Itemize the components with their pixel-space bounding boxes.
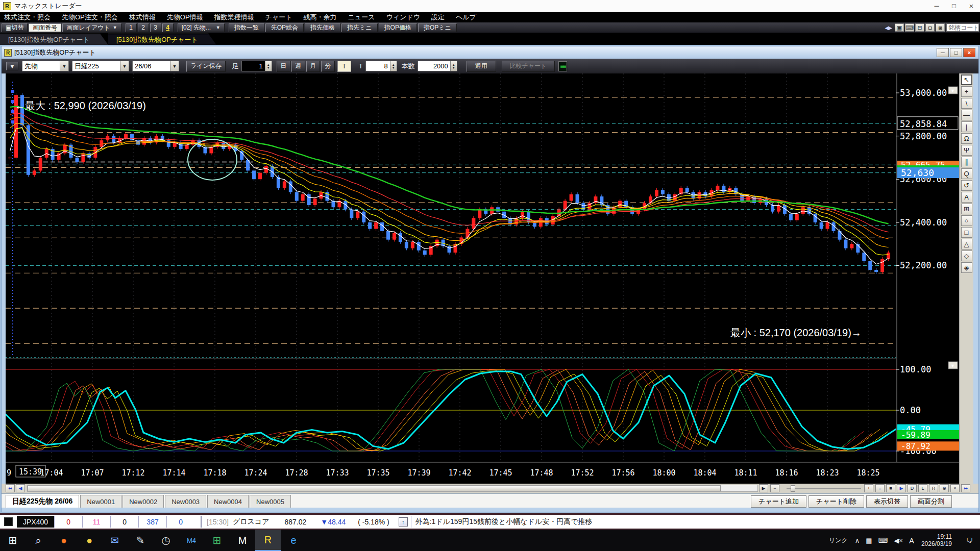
symbol-tab[interactable]: New0005 (250, 495, 291, 508)
contract-month-select[interactable]: 26/06▼ (132, 61, 179, 71)
pan-button[interactable]: ↔ (875, 484, 885, 492)
minimize-button[interactable]: ─ (928, 0, 945, 12)
tick-count-stepper[interactable]: 8▲▼ (365, 61, 397, 71)
log-scale-button[interactable]: L (918, 484, 927, 492)
chart-close-button[interactable]: × (963, 48, 975, 57)
menu-item[interactable]: ニュース (348, 13, 375, 22)
preset-dropdown[interactable]: [02] 先物...▼ (178, 23, 225, 32)
taskbar-clock[interactable]: 19:11 2026/03/19 (921, 533, 952, 547)
flip-tool-icon[interactable]: ↺ (961, 180, 972, 191)
zoom-in-button[interactable]: + (864, 484, 873, 492)
page-button-2[interactable]: 2 (138, 23, 149, 32)
text-tool-icon[interactable]: A (961, 192, 972, 203)
menu-item[interactable]: 株式情報 (129, 13, 156, 22)
search-icon[interactable]: ⌕ (26, 530, 51, 551)
crosshair-tool-icon[interactable]: + (961, 86, 972, 97)
chart-area[interactable]: ←最大 : 52,990 (2026/03/19)最小 : 52,170 (20… (2, 73, 978, 484)
indicator-settings-icon[interactable]: ≡≡ (558, 61, 567, 71)
screen-switch-button[interactable]: ▣切替 (2, 23, 28, 32)
quick-button[interactable]: 指先価格 (305, 23, 340, 32)
pointer-tool-icon[interactable]: ↖ (961, 74, 972, 85)
menu-item[interactable]: 先物OP情報 (167, 13, 203, 22)
bars-stepper[interactable]: 2000▲▼ (418, 61, 457, 71)
menu-item[interactable]: 先物OP注文・照会 (62, 13, 118, 22)
quote-tool-icon[interactable]: Q (961, 168, 972, 179)
menu-item[interactable]: ヘルプ (456, 13, 476, 22)
maximize-button[interactable]: □ (945, 0, 963, 12)
rectangle-tool-icon[interactable]: □ (961, 227, 972, 238)
link-label[interactable]: リンク (829, 536, 848, 545)
spinner-arrows-icon[interactable]: ▲▼ (265, 61, 272, 71)
jump-end-button[interactable]: ↦ (961, 484, 970, 492)
vertical-line-tool-icon[interactable]: | (961, 121, 972, 132)
zoom-slider-thumb[interactable] (791, 485, 795, 492)
spinner-arrows-icon[interactable]: ▲▼ (390, 61, 397, 71)
stop-button[interactable]: ■ (886, 484, 895, 492)
menu-item[interactable]: 指数業種情報 (214, 13, 254, 22)
printer-icon[interactable]: ⊟ (915, 23, 924, 32)
zoom-slider[interactable] (787, 488, 861, 489)
scroll-step-button[interactable]: ▶ (759, 484, 768, 492)
compare-chart-button[interactable]: 比較チャート (502, 61, 555, 72)
period-button-日[interactable]: 日 (277, 61, 290, 72)
page-button-3[interactable]: 3 (150, 23, 161, 32)
scroll-left-button[interactable]: ◀ (16, 484, 25, 492)
bottom-action-button[interactable]: チャート追加 (751, 495, 806, 508)
menu-item[interactable]: チャート (265, 13, 292, 22)
menu-item[interactable]: 残高・余力 (304, 13, 337, 22)
fan-lines-tool-icon[interactable]: Ψ (961, 145, 972, 156)
screen-layout-button[interactable]: 画面レイアウト▼ (62, 23, 121, 32)
quick-button[interactable]: 指OPミニ (418, 23, 457, 32)
edge-icon[interactable]: e (281, 530, 306, 551)
tray-expand-icon[interactable]: ∧ (855, 537, 860, 544)
quick-button[interactable]: 指先ミニ (341, 23, 378, 32)
workspace-tab-1[interactable]: [5130]指数先物OPチャート (0, 34, 108, 45)
start-button[interactable]: ⊞ (0, 530, 26, 551)
quick-button[interactable]: 先OP総合 (265, 23, 304, 32)
ellipse-tool-icon[interactable]: ○ (961, 215, 972, 226)
page-button-1[interactable]: 1 (126, 23, 137, 32)
alert-bell-tool-icon[interactable]: Ω (961, 133, 972, 144)
symbol-tab[interactable]: New0002 (122, 495, 164, 508)
menu-item[interactable]: 設定 (431, 13, 445, 22)
tray-keyboard-icon[interactable]: ⌨ (878, 537, 888, 544)
tray-muted-speaker-icon[interactable]: ◀× (894, 537, 903, 544)
menu-item[interactable]: 株式注文・照会 (4, 13, 51, 22)
scrollbar-thumb[interactable] (28, 485, 721, 491)
bottom-action-button[interactable]: チャート削除 (808, 495, 864, 508)
symbol-tab[interactable]: New0003 (165, 495, 206, 508)
channel-tool-icon[interactable]: ∥ (961, 157, 972, 167)
close-panel-button[interactable]: × (950, 484, 960, 492)
period-button-分[interactable]: 分 (321, 61, 335, 72)
spinner-arrows-icon[interactable]: ▲▼ (450, 61, 457, 71)
trend-line-tool-icon[interactable]: \ (961, 98, 972, 109)
screen-number-toggle[interactable]: 画面番号 (29, 23, 61, 32)
mt4-icon[interactable]: M4 (179, 530, 204, 551)
symbol-code-input[interactable] (946, 23, 979, 32)
symbol-tab[interactable]: New0001 (80, 495, 121, 508)
notification-center-icon[interactable]: 🗨 (966, 537, 973, 544)
monex-trader-icon[interactable]: R (255, 530, 281, 551)
triangle-tool-icon[interactable]: △ (961, 239, 972, 249)
eraser-tool-icon[interactable]: ◇ (961, 251, 972, 261)
chart-minimize-button[interactable]: ─ (937, 48, 949, 57)
interval-stepper[interactable]: 1▲▼ (241, 61, 272, 71)
ticker-collapse-button[interactable] (4, 517, 13, 526)
mail-icon[interactable]: ✉ (102, 530, 128, 551)
horizontal-line-tool-icon[interactable]: — (961, 110, 972, 120)
magnify-button[interactable]: ⊕ (940, 484, 949, 492)
ime-indicator[interactable]: A (909, 536, 914, 545)
keyboard-icon[interactable]: ⌨ (905, 23, 914, 32)
day-mode-button[interactable]: D (908, 484, 917, 492)
sheets-icon[interactable]: ⊞ (204, 530, 230, 551)
symbol-select[interactable]: 日経225▼ (72, 61, 129, 71)
bottom-action-button[interactable]: 表示切替 (866, 495, 908, 508)
category-select[interactable]: 先物▼ (22, 61, 69, 71)
page-button-4[interactable]: 4 (162, 23, 174, 32)
m-app-icon[interactable]: M (230, 530, 255, 551)
play-button[interactable]: ▶ (897, 484, 906, 492)
notes-icon[interactable]: ✎ (128, 530, 153, 551)
menu-item[interactable]: ウィンドウ (386, 13, 420, 22)
chart-restore-button[interactable]: □ (950, 48, 962, 57)
chart-window-title-bar[interactable]: R [5130]指数先物OPチャート ─□× (2, 46, 978, 59)
